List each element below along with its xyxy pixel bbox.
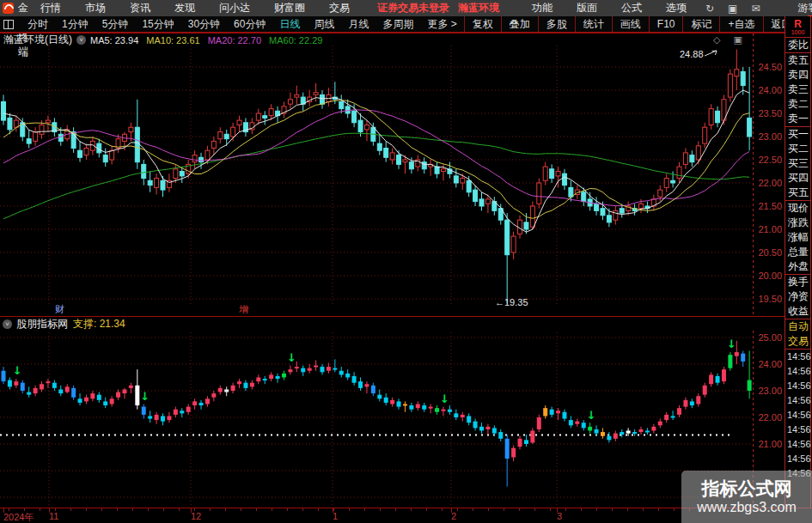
toolbutton-多股[interactable]: 多股 [538, 16, 575, 32]
refresh-rate-badge-sidebar[interactable]: R 1000 [785, 16, 810, 37]
axis-minor-tick [272, 508, 272, 511]
quote-row-现价[interactable]: 现价 [785, 201, 810, 216]
tick-time: 14:56 [785, 393, 810, 408]
menu-市场[interactable]: 市场 [73, 1, 118, 15]
quote-row-买四[interactable]: 买四 [785, 171, 810, 185]
auto-trade-交易[interactable]: 交易 [785, 334, 810, 349]
menu-行情[interactable]: 行情 [28, 1, 73, 15]
quote-row-卖一[interactable]: 卖一 [785, 112, 810, 126]
ma-labels: MA5: 23.94MA10: 23.61MA20: 22.70MA60: 22… [90, 35, 330, 46]
main-y-tick: 21.50 [754, 201, 782, 211]
menu-交易[interactable]: 交易 [317, 1, 362, 15]
quote-row-换手[interactable]: 换手 [785, 275, 810, 289]
timeframe-周线[interactable]: 周线 [307, 17, 341, 32]
quote-row-外盘[interactable]: 外盘 [785, 259, 810, 274]
main-y-tick: 20.00 [754, 271, 782, 281]
axis-tick [3, 508, 4, 513]
axis-minor-tick [364, 508, 365, 511]
chart-corner-icons[interactable]: ◇ ▣ [713, 34, 748, 46]
mail-icon[interactable]: ✉ [744, 3, 766, 15]
timeframe-更多 >[interactable]: 更多 > [420, 17, 463, 32]
watermark-title: 指标公式网 [702, 478, 792, 499]
watermark: 指标公式网 www.zbgs3.com [681, 471, 812, 523]
timeframe-15分钟[interactable]: 15分钟 [135, 17, 180, 32]
axis-minor-tick [442, 508, 443, 511]
ma-label: MA20: 22.70 [208, 35, 261, 46]
main-candlestick-chart[interactable] [0, 33, 754, 316]
main-y-tick: 23.50 [754, 108, 782, 119]
chevron-down-icon[interactable]: ˅ [3, 319, 12, 329]
menu-问小达[interactable]: 问小达 [207, 1, 262, 15]
toolbutton-+自选[interactable]: +自选 [719, 16, 762, 32]
tick-time: 14:56 [785, 423, 810, 437]
split-screen-icon[interactable] [3, 20, 14, 29]
quote-row-收益[interactable]: 收益 [785, 304, 810, 319]
refresh-icon[interactable]: ↻ [699, 3, 721, 15]
quote-row-卖二[interactable]: 卖二 [785, 97, 810, 112]
timeframe-30分钟[interactable]: 30分钟 [181, 17, 227, 32]
toolbutton-叠加[interactable]: 叠加 [501, 16, 538, 32]
quote-row-涨幅[interactable]: 涨幅 [785, 230, 810, 245]
quote-row-买五[interactable]: 买五 [785, 185, 810, 200]
menu-资讯[interactable]: 资讯 [118, 1, 162, 15]
support-level-label: 支撑: 21.34 [73, 317, 125, 331]
quote-row-卖四[interactable]: 卖四 [785, 68, 810, 82]
event-flag-财[interactable]: 财 [55, 303, 64, 316]
timeframe-1分钟[interactable]: 1分钟 [55, 17, 95, 32]
menu-财富圈[interactable]: 财富圈 [262, 1, 317, 15]
quote-row-总量[interactable]: 总量 [785, 245, 810, 259]
quote-group: 买一买二买三买四买五 [785, 126, 810, 200]
quote-row-卖五[interactable]: 卖五 [785, 53, 810, 68]
indicator-chart[interactable]: ↓↓↓↓↓↓ [0, 331, 754, 508]
date-label-2024年: 2024年 [3, 511, 34, 523]
chart-title[interactable]: 瀚蓝环境(日线) [3, 33, 72, 47]
quote-row-净资[interactable]: 净资 [785, 289, 810, 304]
ma-label: MA10: 23.61 [146, 35, 199, 46]
svg-text:↓: ↓ [13, 364, 22, 377]
menu-版面[interactable]: 版面 [565, 1, 609, 15]
menu-公式[interactable]: 公式 [609, 1, 654, 15]
axis-minor-tick [519, 508, 520, 511]
chevron-down-icon[interactable]: ˅ [76, 35, 86, 45]
event-flag-增[interactable]: 增 [239, 303, 248, 316]
titlebar-stock-name[interactable]: 瀚蓝环境 [458, 1, 499, 15]
mobile-icon[interactable]: ▣ [721, 3, 744, 15]
quote-row-委比[interactable]: 委比 [785, 38, 810, 52]
axis-minor-tick [674, 508, 675, 511]
axis-minor-tick [488, 508, 489, 511]
indicator-title[interactable]: 股朋指标网 [16, 317, 68, 331]
axis-minor-tick [380, 508, 381, 511]
timeframe-日线[interactable]: 日线 [272, 17, 307, 32]
timeframe-月线[interactable]: 月线 [341, 17, 375, 32]
menu-功能[interactable]: 功能 [520, 1, 565, 15]
quote-row-买三[interactable]: 买三 [785, 156, 810, 171]
quote-row-买二[interactable]: 买二 [785, 142, 810, 156]
login-status[interactable]: 证券交易未登录 [377, 1, 449, 15]
axis-minor-tick [426, 508, 427, 511]
timeframe-60分钟[interactable]: 60分钟 [227, 17, 272, 32]
axis-minor-tick [210, 508, 211, 511]
quote-sidebar: R 1000 委比卖五卖四卖三卖二卖一买一买二买三买四买五现价涨跌涨幅总量外盘换… [785, 16, 812, 523]
axis-minor-tick [132, 508, 133, 511]
toolbutton-标记[interactable]: 标记 [682, 16, 719, 32]
timeframe-分时[interactable]: 分时 [21, 17, 55, 32]
quote-row-卖三[interactable]: 卖三 [785, 82, 810, 97]
toolbutton-F10[interactable]: F10 [649, 16, 683, 32]
menu-发现[interactable]: 发现 [162, 1, 207, 15]
axis-minor-tick [411, 508, 412, 511]
quote-row-买一[interactable]: 买一 [785, 127, 810, 142]
panel2-y-tick: 23.00 [754, 386, 782, 396]
toolbutton-画线[interactable]: 画线 [612, 16, 649, 32]
toolbutton-统计[interactable]: 统计 [575, 16, 612, 32]
auto-trade-自动[interactable]: 自动 [785, 319, 810, 334]
axis-tick [451, 508, 452, 513]
panel2-y-tick: 24.00 [754, 359, 782, 369]
toolbutton-复权[interactable]: 复权 [464, 16, 501, 32]
axis-minor-tick [86, 508, 87, 511]
menu-选项[interactable]: 选项 [654, 1, 699, 15]
timeframe-多周期[interactable]: 多周期 [375, 17, 420, 32]
quote-row-涨跌[interactable]: 涨跌 [785, 216, 810, 230]
main-y-tick: 19.50 [754, 294, 782, 304]
timeframe-5分钟[interactable]: 5分钟 [95, 17, 136, 32]
axis-tick [49, 508, 50, 513]
